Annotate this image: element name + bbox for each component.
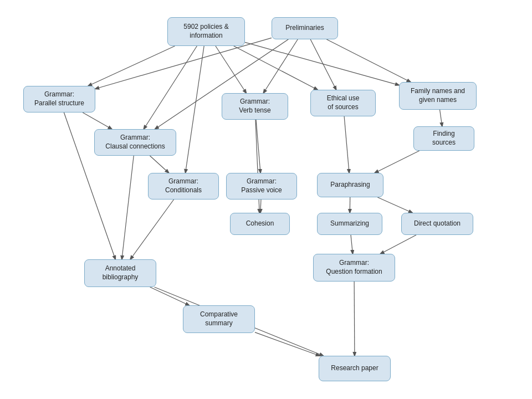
svg-line-26 <box>150 287 190 305</box>
svg-line-17 <box>440 110 442 126</box>
svg-line-15 <box>260 200 261 213</box>
svg-line-12 <box>150 156 168 173</box>
node-grammar_conditionals: Grammar: Conditionals <box>148 173 219 200</box>
svg-line-21 <box>351 235 352 254</box>
node-summarizing: Summarizing <box>317 213 382 235</box>
svg-line-4 <box>144 46 197 129</box>
svg-line-24 <box>122 156 134 259</box>
node-grammar_parallel: Grammar: Parallel structure <box>23 86 95 112</box>
svg-line-22 <box>380 235 416 254</box>
svg-line-16 <box>344 116 349 173</box>
svg-line-11 <box>83 112 112 129</box>
svg-line-20 <box>377 197 412 213</box>
svg-line-2 <box>234 46 318 90</box>
node-grammar_verb: Grammar: Verb tense <box>222 93 288 120</box>
svg-line-0 <box>88 46 175 86</box>
node-preliminaries: Preliminaries <box>272 17 338 39</box>
node-finding_sources: Finding sources <box>413 126 474 151</box>
svg-line-7 <box>263 39 298 93</box>
svg-line-5 <box>186 46 204 173</box>
node-grammar_question: Grammar: Question formation <box>313 254 395 282</box>
svg-line-13 <box>256 120 260 173</box>
node-direct_quotation: Direct quotation <box>401 213 473 235</box>
node-grammar_clausal: Grammar: Clausal connections <box>94 129 176 156</box>
node-ethical_sources: Ethical use of sources <box>310 90 376 116</box>
node-comparative_summary: Comparative summary <box>183 305 255 333</box>
svg-line-27 <box>255 332 320 356</box>
node-cohesion: Cohesion <box>230 213 290 235</box>
svg-line-1 <box>216 46 246 93</box>
node-annotated_bib: Annotated bibliography <box>84 259 156 287</box>
node-paraphrasing: Paraphrasing <box>317 173 383 197</box>
svg-line-28 <box>354 282 355 356</box>
node-grammar_passive: Grammar: Passive voice <box>226 173 297 200</box>
node-research_paper: Research paper <box>319 356 391 381</box>
svg-line-3 <box>245 42 399 85</box>
node-policies: 5902 policies & information <box>167 17 245 46</box>
node-family_names: Family names and given names <box>399 82 477 110</box>
svg-line-18 <box>375 151 419 173</box>
arrows-svg <box>0 0 532 399</box>
svg-line-9 <box>326 39 410 82</box>
svg-line-23 <box>130 200 173 259</box>
svg-line-8 <box>310 39 336 90</box>
diagram: 5902 policies & informationPreliminaries… <box>0 0 532 399</box>
